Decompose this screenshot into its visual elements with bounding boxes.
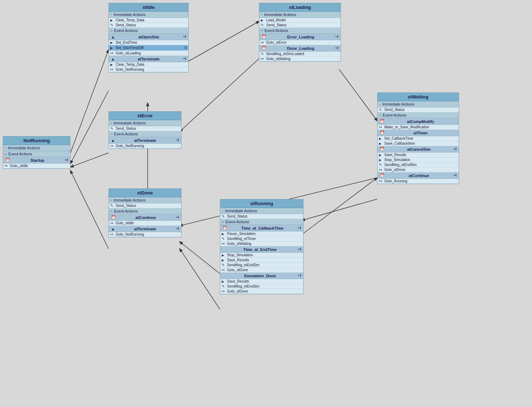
event-group-atTerminate-idle: ▲ atTerminate ⊣ Clear_Temp_Data Goto_Not… <box>109 56 188 72</box>
goto-icon <box>261 41 265 44</box>
event-title-startup[interactable]: ⏰ Startup ⊣ <box>3 157 70 164</box>
event-group-atTerminate-done: ▲ atTerminate ⊣ Goto_NotRunning <box>109 226 181 237</box>
action-load-model: Load_Model <box>259 18 341 23</box>
event-group-sim-done: Simulation_Done ⊣ Save_Results SendMsg_e… <box>220 273 303 294</box>
event-actions-header-notrunning: − Event Actions <box>3 151 70 157</box>
event-actions-header-stError: − Event Actions <box>109 131 181 137</box>
event-title-atOpenSim[interactable]: ▲ atOpenSim ⊣ <box>109 34 188 40</box>
event-title-atCancelSim[interactable]: ⏰ atCancelSim ⊣ <box>378 146 459 152</box>
action-goto-stdone-simdone: Goto_stDone <box>220 289 303 294</box>
event-title-atTerminate-error[interactable]: ▲ atTerminate ⊣ <box>109 137 181 144</box>
event-group-errorLoading: ⏰ Error_Loading ⊣ Goto_stError <box>259 34 341 45</box>
event-title-atContinue-done[interactable]: ⏰ atContinue ⊣ <box>109 214 181 221</box>
immediate-actions-header-stLoading: − Immediate Actions <box>259 12 341 18</box>
goto-icon <box>110 68 115 71</box>
immediate-actions-header-stIdle: − Immediate Actions <box>109 12 188 18</box>
edit-icon <box>261 23 265 27</box>
action-stop-simulation-running: Stop_Simulation <box>220 253 303 258</box>
action-clear-temp-data: Clear_Temp_Data <box>109 18 188 23</box>
event-title-atCompModify[interactable]: ⏰ atCompModify <box>378 118 459 125</box>
edit-icon <box>222 214 226 218</box>
state-title-stRunning: stRunning <box>220 199 303 208</box>
action-sendmsg-endsim-running: SendMsg_etEndSim <box>220 263 303 268</box>
goto-icon <box>222 242 226 246</box>
goto-icon <box>379 168 383 172</box>
collapse-icon: − <box>5 146 6 150</box>
event-actions-header-stWaiting: − Event Actions <box>378 112 459 118</box>
event-title-sim-done[interactable]: Simulation_Done ⊣ <box>220 273 303 279</box>
event-group-time-endtime: Time_at_EndTime ⊣ Stop_Simulation Save_R… <box>220 246 303 273</box>
event-group-startup: ⏰ Startup ⊣ Goto_stIdle <box>3 157 70 168</box>
action-goto-stdone-running: Goto_stDone <box>220 268 303 273</box>
run-icon <box>110 46 115 50</box>
goto-icon <box>110 232 115 236</box>
action-goto-stIdle-done: Goto_stIdle <box>109 221 181 226</box>
immediate-actions-header-stDone: − Immediate Actions <box>109 197 181 203</box>
action-goto-notrunning-error: Goto_NotRunning <box>109 144 181 149</box>
action-send-status-loading: Send_Status <box>259 23 341 28</box>
canvas: NotRunning − Immediate Actions − Event A… <box>0 0 532 407</box>
event-group-atCancelSim: ⏰ atCancelSim ⊣ Save_Results Stop_Simula… <box>378 146 459 172</box>
edit-icon <box>222 263 226 267</box>
state-notrunning: NotRunning − Immediate Actions − Event A… <box>3 136 70 169</box>
run-icon <box>379 137 383 140</box>
goto-icon <box>5 164 9 168</box>
event-group-atContinue-done: ⏰ atContinue ⊣ Goto_stIdle <box>109 214 181 226</box>
action-sendmsg-endsim-simdone: SendMsg_etEndSim <box>220 284 303 289</box>
immediate-actions-header-notrunning: − Immediate Actions <box>3 145 70 151</box>
run-icon <box>261 18 265 22</box>
state-title-stIdle: stIdle <box>109 3 188 12</box>
action-stop-simulation-waiting: Stop_Simulation <box>378 157 459 162</box>
event-group-atOpenSim: ▲ atOpenSim ⊣ Set_EndTime Set_StartTimeD… <box>109 34 188 56</box>
action-sendmsg-endsim-waiting: SendMsg_etEndSim <box>378 162 459 167</box>
action-sendmsg-ettimer: SendMsg_etTimer <box>220 236 303 241</box>
goto-icon <box>379 179 383 183</box>
run-icon <box>110 63 115 66</box>
collapse-icon: − <box>5 152 7 156</box>
goto-icon <box>110 144 115 148</box>
event-group-atTimer: ⏰ atTimer Set_CallbackTime Save_Callback… <box>378 130 459 146</box>
edit-icon <box>261 52 265 56</box>
action-make-save-modification: Make_or_Save_Modification <box>378 125 459 130</box>
action-save-results-waiting: Save_Results <box>378 152 459 157</box>
action-save-results-simdone: Save_Results <box>220 279 303 284</box>
event-title-atTerminate-done[interactable]: ▲ atTerminate ⊣ <box>109 226 181 232</box>
run-icon <box>110 41 115 44</box>
immediate-actions-header-stRunning: − Immediate Actions <box>220 208 303 214</box>
run-icon <box>222 280 226 283</box>
event-title-atTerminate-idle[interactable]: ▲ atTerminate ⊣ <box>109 56 188 62</box>
event-actions-header-stDone: − Event Actions <box>109 208 181 214</box>
run-icon <box>110 18 115 22</box>
action-goto-running-waiting: Goto_Running <box>378 179 459 184</box>
action-send-status-done: Send_Status <box>109 203 181 208</box>
edit-icon <box>379 108 383 112</box>
event-group-atCompModify: ⏰ atCompModify Make_or_Save_Modification <box>378 118 459 130</box>
action-save-results-running: Save_Results <box>220 258 303 263</box>
event-title-time-callback[interactable]: ⏰ Time_at_CallbackTime ⊣ <box>220 225 303 231</box>
run-icon <box>379 153 383 157</box>
edit-icon <box>110 204 115 208</box>
action-goto-stIdle: Goto_stIdle <box>3 164 70 168</box>
event-group-atTerminate-error: ▲ atTerminate ⊣ Goto_NotRunning <box>109 137 181 149</box>
event-title-time-endtime[interactable]: Time_at_EndTime ⊣ <box>220 246 303 253</box>
event-actions-header-stLoading: − Event Actions <box>259 28 341 34</box>
edit-icon <box>379 163 383 167</box>
edit-icon <box>222 284 226 288</box>
action-goto-stWaiting: Goto_stWaiting <box>259 57 341 61</box>
edit-icon <box>222 237 226 241</box>
immediate-actions-header-stWaiting: − Immediate Actions <box>378 101 459 107</box>
event-actions-header-stIdle: − Event Actions <box>109 28 188 34</box>
state-title-stDone: stDone <box>109 189 181 197</box>
event-title-errorLoading[interactable]: ⏰ Error_Loading ⊣ <box>259 34 341 40</box>
action-clear-temp-data-2: Clear_Temp_Data <box>109 62 188 67</box>
goto-icon <box>222 289 226 293</box>
immediate-actions-header-stError: − Immediate Actions <box>109 120 181 126</box>
state-stWaiting: stWaiting − Immediate Actions Send_Statu… <box>377 92 459 184</box>
action-save-callbackitem: Save_CallbackItem <box>378 141 459 146</box>
action-set-starttimeDiff: Set_StartTimeDiff ⊙ <box>109 45 188 51</box>
event-title-atTimer[interactable]: ⏰ atTimer <box>378 130 459 136</box>
run-icon <box>379 142 383 145</box>
event-title-doneLoading[interactable]: ⏰ Done_Loading ⊣ <box>259 45 341 52</box>
event-title-atContinue-waiting[interactable]: ⏰ atContinue ⊣ <box>378 172 459 179</box>
goto-icon <box>261 57 265 61</box>
